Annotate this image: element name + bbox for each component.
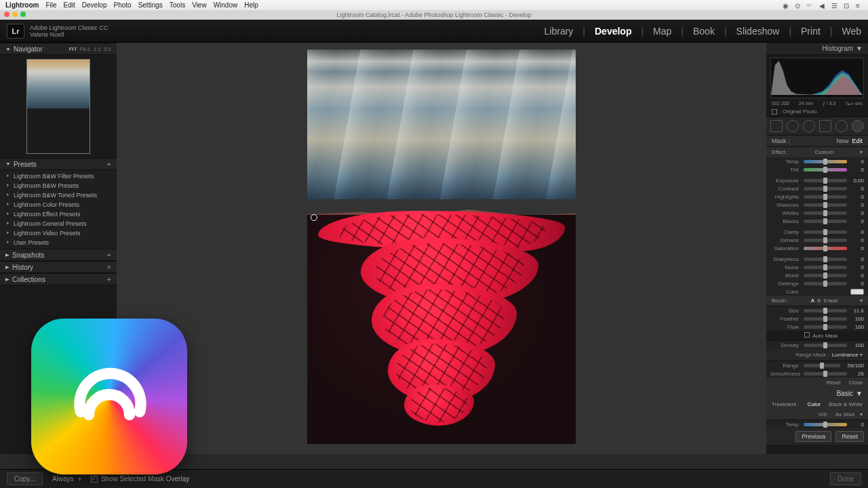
tone-whites-slider[interactable] [804, 211, 847, 215]
mask-row: Mask :New Edit [766, 136, 868, 146]
presence-clarity-slider[interactable] [804, 230, 847, 234]
detail-noise-slider[interactable] [804, 266, 847, 269]
brush-feather-slider[interactable] [804, 317, 847, 321]
menu-develop[interactable]: Develop [82, 1, 107, 9]
menu-file[interactable]: File [45, 1, 56, 9]
right-panel: Histogram▼ ISO 20024 mmƒ / 8.0¹⁄₄₀₀ sec … [766, 43, 868, 454]
histogram-header[interactable]: Histogram▼ [766, 43, 868, 55]
overlay-mode[interactable]: Always [52, 475, 74, 483]
effect-tint-slider[interactable] [804, 168, 847, 171]
module-book[interactable]: Book [693, 26, 715, 37]
module-develop[interactable]: Develop [595, 26, 631, 37]
mask-reset[interactable]: Reset [827, 380, 841, 386]
effect-dropdown[interactable]: Custom [815, 149, 834, 155]
collections-header[interactable]: ▶Collections+ [0, 273, 117, 285]
menu-view[interactable]: View [192, 1, 207, 9]
detail-sharpness-slider[interactable] [804, 258, 847, 261]
navigator-thumbnail[interactable] [26, 59, 90, 154]
brush-flow-slider[interactable] [804, 325, 847, 329]
module-slideshow[interactable]: Slideshow [736, 26, 780, 37]
overlay-label: Show Selected Mask Overlay [101, 475, 190, 483]
preset-item[interactable]: Lightroom Color Presets [0, 200, 117, 209]
detail-moiré-slider[interactable] [804, 274, 847, 277]
copy-button[interactable]: Copy... [7, 472, 43, 485]
brush-size-slider[interactable] [804, 309, 847, 312]
mask-close[interactable]: Close [849, 380, 863, 386]
mac-menubar: Lightroom File Edit Develop Photo Settin… [0, 0, 868, 10]
presence-dehaze-slider[interactable] [804, 239, 847, 242]
mac-app-name[interactable]: Lightroom [5, 1, 39, 9]
redeye-tool-icon[interactable] [803, 120, 815, 132]
history-header[interactable]: ▶History× [0, 261, 117, 273]
tone-highlights-slider[interactable] [804, 195, 847, 199]
menu-help[interactable]: Help [244, 1, 258, 9]
traffic-lights[interactable] [4, 12, 26, 17]
basic-header[interactable]: Basic▼ [766, 388, 868, 399]
app-header: Lr Adobe Lightroom Classic CCValerie Noe… [0, 20, 868, 43]
preset-item[interactable]: Lightroom B&W Toned Presets [0, 190, 117, 200]
mac-status-icons: ◉⊙⌔◀☰⊡≡ [783, 2, 863, 9]
menu-tools[interactable]: Tools [170, 1, 185, 9]
menu-photo[interactable]: Photo [114, 1, 132, 9]
canvas[interactable] [117, 43, 766, 454]
menu-settings[interactable]: Settings [138, 1, 163, 9]
presets-list: Lightroom B&W Filter Presets Lightroom B… [0, 170, 117, 249]
radial-filter-icon[interactable] [835, 120, 848, 132]
brush-tool-icon[interactable] [852, 120, 864, 132]
histogram[interactable] [770, 58, 864, 98]
tone-shadows-slider[interactable] [804, 203, 847, 207]
module-print[interactable]: Print [801, 26, 821, 37]
brush-subhead: Brush :A B Erase▾ [766, 296, 868, 306]
mask-overlay [307, 215, 576, 444]
identity-plate: Adobe Lightroom Classic CCValerie Noell [30, 24, 108, 38]
range-slider[interactable] [804, 364, 840, 367]
local-tools [766, 117, 868, 136]
reset-button[interactable]: Reset [835, 431, 864, 442]
preset-item[interactable]: Lightroom Effect Presets [0, 209, 117, 219]
color-swatch[interactable] [850, 289, 864, 295]
grad-filter-icon[interactable] [819, 120, 831, 132]
preset-item[interactable]: Lightroom B&W Presets [0, 181, 117, 190]
menu-edit[interactable]: Edit [64, 1, 75, 9]
window-title-text: Lightroom Catalog.lrcat - Adobe Photosho… [336, 12, 531, 18]
previous-button[interactable]: Previous [795, 431, 831, 442]
tone-exposure-slider[interactable] [804, 179, 847, 182]
histogram-meta: ISO 20024 mmƒ / 8.0¹⁄₄₀₀ sec [766, 101, 868, 106]
effect-temp-slider[interactable] [804, 160, 847, 163]
tone-blacks-slider[interactable] [804, 220, 847, 223]
module-web[interactable]: Web [842, 26, 861, 37]
module-picker: Library| Develop| Map| Book| Slideshow| … [545, 26, 861, 37]
adjustment-pin[interactable] [311, 214, 317, 221]
preset-item[interactable]: User Presets [0, 238, 117, 247]
smoothness-slider[interactable] [804, 372, 847, 375]
menu-window[interactable]: Window [214, 1, 238, 9]
done-button[interactable]: Done [830, 472, 861, 485]
presence-saturation-slider[interactable] [804, 247, 847, 250]
auto-mask-check[interactable]: Auto Mask [766, 331, 868, 340]
crop-tool-icon[interactable] [770, 120, 783, 132]
presets-header[interactable]: ▼Presets+ [0, 158, 117, 170]
spot-tool-icon[interactable] [787, 120, 799, 132]
tone-contrast-slider[interactable] [804, 187, 847, 190]
preset-item[interactable]: Lightroom General Presets [0, 219, 117, 228]
creative-cloud-badge [31, 319, 187, 474]
window-titlebar: Lightroom Catalog.lrcat - Adobe Photosho… [0, 10, 868, 20]
preset-item[interactable]: Lightroom B&W Filter Presets [0, 171, 117, 181]
lightroom-logo: Lr [7, 24, 24, 39]
density-slider[interactable] [804, 344, 847, 347]
preset-item[interactable]: Lightroom Video Presets [0, 228, 117, 238]
snapshots-header[interactable]: ▶Snapshots+ [0, 249, 117, 261]
navigator-header[interactable]: ▼Navigator FIT FILL 1:1 3:1 [0, 43, 117, 55]
module-map[interactable]: Map [653, 26, 671, 37]
range-mask-row[interactable]: Range Mask :Luminance ▾ [766, 349, 868, 361]
detail-defringe-slider[interactable] [804, 282, 847, 285]
module-library[interactable]: Library [545, 26, 574, 37]
original-photo-toggle[interactable]: Original Photo [766, 106, 868, 117]
wb-dropdown[interactable]: As Shot [835, 411, 854, 418]
overlay-checkbox[interactable]: ✓ [91, 476, 98, 483]
photo-preview [307, 49, 576, 444]
